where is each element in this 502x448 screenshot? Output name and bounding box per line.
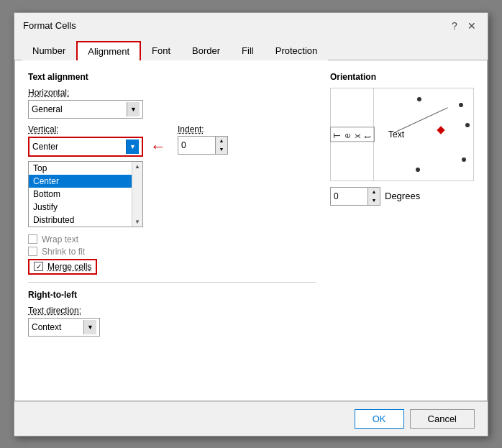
cancel-button[interactable]: Cancel (410, 409, 475, 429)
tabs-row: Number Alignment Font Border Fill Protec… (14, 36, 488, 60)
indent-spinner-btns: ▲ ▼ (215, 137, 227, 154)
list-item-top[interactable]: Top (29, 162, 142, 175)
rtl-title: Right-to-left (28, 290, 316, 300)
list-item-justify[interactable]: Justify (29, 201, 142, 214)
horizontal-value: General (32, 104, 127, 114)
dialog-footer: OK Cancel (14, 401, 488, 436)
merge-cells-row: Merge cells (28, 259, 97, 275)
text-control-section: Wrap text Shrink to fit Merge cells (28, 234, 316, 275)
vertical-group: Vertical: Center ▼ ← (28, 124, 166, 157)
degrees-up-btn[interactable]: ▲ (368, 188, 380, 196)
tab-protection[interactable]: Protection (265, 41, 329, 60)
degrees-label: Degrees (385, 191, 420, 201)
degrees-down-btn[interactable]: ▼ (368, 196, 380, 205)
vertical-dropdown-arrow[interactable]: ▼ (126, 140, 139, 154)
indent-spinner: ▲ ▼ (178, 136, 228, 155)
orientation-title: Orientation (330, 72, 474, 82)
text-alignment-title: Text alignment (28, 72, 316, 82)
shrink-fit-label: Shrink to fit (42, 247, 85, 257)
degrees-input[interactable] (331, 188, 368, 205)
shrink-fit-row: Shrink to fit (28, 247, 316, 257)
close-button[interactable]: ✕ (465, 19, 479, 33)
format-cells-dialog: Format Cells ? ✕ Number Alignment Font B… (14, 12, 488, 436)
indent-input[interactable] (178, 137, 215, 154)
vertical-indent-row: Vertical: Center ▼ ← Indent: ▲ (28, 124, 316, 157)
indent-up-btn[interactable]: ▲ (216, 137, 227, 145)
list-item-bottom[interactable]: Bottom (29, 188, 142, 201)
merge-cells-label: Merge cells (47, 262, 91, 272)
vertical-dropdown[interactable]: Center ▼ (28, 137, 143, 157)
tab-border[interactable]: Border (181, 41, 231, 60)
divider (28, 282, 316, 283)
orient-left: Text (331, 88, 374, 180)
orientation-box: Text Text (330, 88, 474, 181)
indent-label: Indent: (178, 124, 228, 134)
dot-right (465, 123, 470, 127)
help-button[interactable]: ? (447, 19, 462, 33)
tab-fill[interactable]: Fill (231, 41, 265, 60)
red-arrow-indicator: ← (150, 139, 166, 155)
orient-diagram: Text (374, 88, 473, 180)
horizontal-row: General ▼ (28, 100, 316, 119)
list-item-distributed[interactable]: Distributed (29, 214, 142, 227)
dot-top-right (459, 103, 463, 107)
ok-button[interactable]: OK (355, 409, 404, 429)
direction-label: Text direction: (28, 306, 316, 316)
horizontal-label: Horizontal: (28, 88, 316, 98)
indent-group: Indent: ▲ ▼ (178, 124, 228, 155)
direction-value: Context (32, 322, 83, 332)
direction-dropdown-arrow[interactable]: ▼ (83, 320, 96, 334)
orient-vertical-text[interactable]: Text (330, 127, 375, 142)
direction-dropdown[interactable]: Context ▼ (28, 318, 100, 337)
dot-bottom (416, 168, 420, 172)
indent-down-btn[interactable]: ▼ (216, 145, 227, 154)
scroll-down-arrow[interactable]: ▼ (134, 219, 140, 225)
list-scrollbar[interactable]: ▲ ▼ (132, 162, 142, 227)
shrink-fit-checkbox[interactable] (28, 247, 37, 256)
degrees-spinner-btns: ▲ ▼ (368, 188, 380, 205)
wrap-text-label: Wrap text (42, 234, 78, 244)
dialog-title: Format Cells (23, 20, 76, 31)
vertical-dropdown-list: Top Center Bottom Justify Distributed ▲ … (28, 161, 316, 227)
horizontal-dropdown-arrow[interactable]: ▼ (127, 102, 140, 116)
list-item-center[interactable]: Center (29, 175, 142, 188)
title-bar: Format Cells ? ✕ (14, 13, 488, 33)
wrap-text-row: Wrap text (28, 234, 316, 244)
tab-number[interactable]: Number (22, 41, 76, 60)
right-panel: Orientation Text (330, 72, 474, 389)
orient-right: Text (374, 88, 473, 180)
tab-alignment[interactable]: Alignment (76, 41, 141, 60)
dot-bottom-right (462, 157, 466, 162)
merge-cells-checkbox[interactable] (34, 262, 43, 271)
orient-diamond[interactable] (437, 126, 444, 134)
title-bar-controls: ? ✕ (447, 19, 479, 33)
vertical-value: Center (32, 142, 126, 152)
wrap-text-checkbox[interactable] (28, 234, 37, 244)
degrees-row: ▲ ▼ Degrees (330, 187, 474, 206)
horizontal-dropdown[interactable]: General ▼ (28, 100, 143, 119)
tab-content: Text alignment Horizontal: General ▼ Ver… (14, 60, 488, 401)
tab-font[interactable]: Font (141, 41, 181, 60)
vertical-label: Vertical: (28, 124, 166, 134)
left-panel: Text alignment Horizontal: General ▼ Ver… (28, 72, 316, 389)
degrees-spinner: ▲ ▼ (330, 187, 380, 206)
vertical-list: Top Center Bottom Justify Distributed ▲ … (28, 161, 143, 227)
rtl-section: Right-to-left Text direction: Context ▼ (28, 290, 316, 337)
direction-row: Context ▼ (28, 318, 316, 337)
scroll-up-arrow[interactable]: ▲ (134, 163, 140, 170)
dot-top (417, 97, 421, 101)
